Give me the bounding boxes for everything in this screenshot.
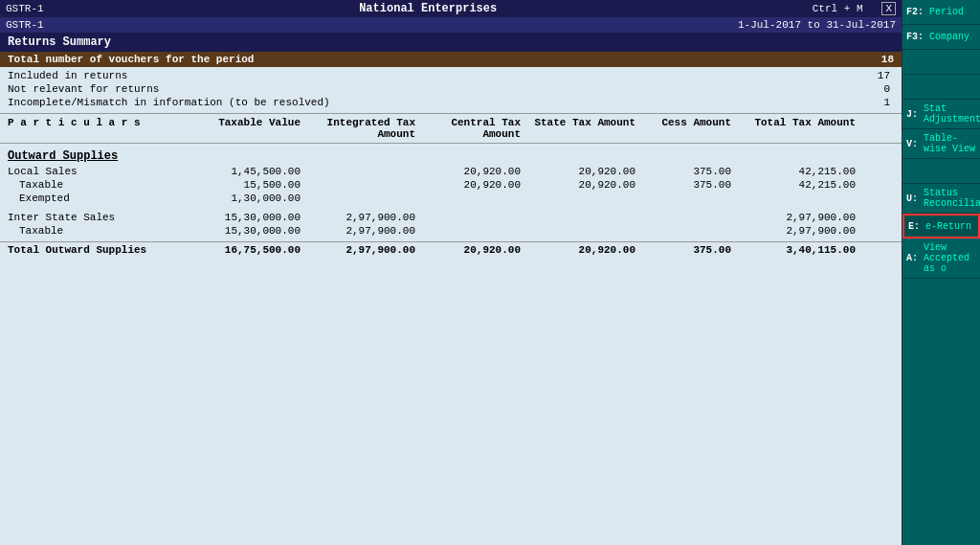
main-area: GSTR-1 National Enterprises Ctrl + M X G… [0, 0, 902, 545]
total-vouchers-value: 18 [881, 54, 894, 65]
row-taxable-inter-central [421, 225, 526, 237]
sidebar-label-status-reconciliation: Status Reconciliation [924, 188, 980, 209]
row-taxable-inter-state [526, 225, 641, 237]
sidebar-item-company[interactable]: F3: Company [902, 25, 980, 50]
total-row-integrated: 2,97,900.00 [306, 244, 421, 256]
row-inter-state-integrated: 2,97,900.00 [306, 212, 421, 223]
header-integrated-tax: Integrated Tax Amount [306, 117, 421, 140]
total-row-total: 3,40,115.00 [737, 244, 861, 256]
title-bar: GSTR-1 National Enterprises Ctrl + M X [0, 0, 902, 17]
summary-row-incomplete: Incomplete/Mismatch in information (to b… [8, 96, 894, 109]
not-relevant-label: Not relevant for returns [8, 83, 865, 95]
row-local-sales-integrated [306, 166, 421, 177]
sidebar-key-j: J: [906, 109, 918, 120]
sidebar-label-view-accepted: View Accepted as o [924, 242, 976, 274]
row-inter-state-total: 2,97,900.00 [737, 212, 861, 223]
header-state-tax: State Tax Amount [526, 117, 641, 140]
row-taxable-local-central: 20,920.00 [421, 179, 526, 191]
row-exempted-total [737, 193, 861, 204]
row-taxable-local-integrated [306, 179, 421, 191]
close-button[interactable]: X [881, 2, 896, 15]
row-taxable-inter-integrated: 2,97,900.00 [306, 225, 421, 237]
sub-title-left: GSTR-1 [6, 19, 44, 31]
row-local-sales-particulars: Local Sales [0, 166, 191, 177]
row-taxable-inter-cess [641, 225, 737, 237]
summary-row-included: Included in returns 17 [8, 69, 894, 82]
row-local-sales-total: 42,215.00 [737, 166, 861, 177]
row-inter-state-cess [641, 212, 737, 223]
sidebar-key-v: V: [906, 139, 918, 149]
table-row: Taxable 15,30,000.00 2,97,900.00 2,97,90… [0, 224, 902, 238]
sidebar-item-e-return[interactable]: E: e-Return [902, 214, 980, 238]
row-local-sales-taxable: 1,45,500.00 [191, 166, 306, 177]
row-exempted-state [526, 193, 641, 204]
summary-row-not-relevant: Not relevant for returns 0 [8, 82, 894, 96]
total-row-cess: 375.00 [641, 244, 737, 256]
sidebar-empty-1 [902, 50, 980, 75]
sidebar-label-company: Company [929, 32, 969, 42]
header-particulars: P a r t i c u l a r s [0, 117, 191, 140]
table-row: Inter State Sales 15,30,000.00 2,97,900.… [0, 211, 902, 224]
header-cess-amount: Cess Amount [641, 117, 737, 140]
total-row-central: 20,920.00 [421, 244, 526, 256]
total-row-taxable: 16,75,500.00 [191, 244, 306, 256]
row-inter-state-central [421, 212, 526, 223]
sidebar-label-e-return: e-Return [925, 221, 971, 232]
total-vouchers-label: Total number of vouchers for the period [8, 54, 254, 65]
sidebar-item-table-view[interactable]: V: Table-wise View [902, 129, 980, 159]
sidebar-key-f3: F3: [906, 32, 924, 42]
row-taxable-local-state: 20,920.00 [526, 179, 641, 191]
sidebar-item-period[interactable]: F2: Period [902, 0, 980, 25]
incomplete-label: Incomplete/Mismatch in information (to b… [8, 97, 865, 108]
row-local-sales-state: 20,920.00 [526, 166, 641, 177]
row-inter-state-state [526, 212, 641, 223]
included-label: Included in returns [8, 70, 865, 81]
row-taxable-local-total: 42,215.00 [737, 179, 861, 191]
row-local-sales-cess: 375.00 [641, 166, 737, 177]
data-table: Local Sales 1,45,500.00 20,920.00 20,920… [0, 165, 902, 258]
table-row: Taxable 15,500.00 20,920.00 20,920.00 37… [0, 178, 902, 192]
header-total-tax: Total Tax Amount [737, 117, 861, 140]
ctrl-m-label: Ctrl + M [813, 3, 863, 14]
sidebar-label-period: Period [929, 7, 964, 17]
header-central-tax: Central Tax Amount [421, 117, 526, 140]
total-vouchers-row: Total number of vouchers for the period … [0, 52, 902, 67]
sidebar-empty-2 [902, 75, 980, 100]
returns-summary-header: Returns Summary [0, 33, 902, 52]
sidebar-item-status-reconciliation[interactable]: U: Status Reconciliation [902, 184, 980, 214]
table-row: Local Sales 1,45,500.00 20,920.00 20,920… [0, 165, 902, 178]
row-taxable-local-cess: 375.00 [641, 179, 737, 191]
sidebar-label-table-view: Table-wise View [924, 133, 976, 154]
row-exempted-central [421, 193, 526, 204]
content-area: Returns Summary Total number of vouchers… [0, 33, 902, 545]
table-row: Exempted 1,30,000.00 [0, 192, 902, 205]
right-sidebar: F2: Period F3: Company J: Stat Adjustmen… [902, 0, 980, 545]
row-taxable-local-particulars: Taxable [0, 179, 191, 191]
included-value: 17 [865, 70, 894, 81]
header-taxable-value: Taxable Value [191, 117, 306, 140]
row-exempted-cess [641, 193, 737, 204]
sidebar-key-u: U: [906, 193, 918, 204]
sidebar-key-e: E: [908, 221, 920, 232]
incomplete-value: 1 [865, 97, 894, 108]
row-exempted-particulars: Exempted [0, 193, 191, 204]
row-inter-state-taxable: 15,30,000.00 [191, 212, 306, 223]
row-taxable-inter-total: 2,97,900.00 [737, 225, 861, 237]
row-taxable-local-taxable: 15,500.00 [191, 179, 306, 191]
total-row-state: 20,920.00 [526, 244, 641, 256]
sidebar-label-stat-adjustment: Stat Adjustment [924, 103, 980, 125]
row-exempted-taxable: 1,30,000.00 [191, 193, 306, 204]
summary-section: Included in returns 17 Not relevant for … [0, 67, 902, 111]
sidebar-item-stat-adjustment[interactable]: J: Stat Adjustment [902, 100, 980, 129]
sidebar-empty-3 [902, 159, 980, 184]
total-outward-supplies-row: Total Outward Supplies 16,75,500.00 2,97… [0, 241, 902, 258]
table-header: P a r t i c u l a r s Taxable Value Inte… [0, 113, 902, 144]
row-local-sales-central: 20,920.00 [421, 166, 526, 177]
row-taxable-inter-taxable: 15,30,000.00 [191, 225, 306, 237]
title-left: GSTR-1 [6, 3, 44, 14]
total-row-particulars: Total Outward Supplies [0, 244, 191, 256]
sub-title-bar: GSTR-1 1-Jul-2017 to 31-Jul-2017 [0, 17, 902, 33]
sidebar-key-a: A: [906, 253, 918, 263]
title-center: National Enterprises [359, 2, 497, 15]
sidebar-item-view-accepted[interactable]: A: View Accepted as o [902, 238, 980, 279]
